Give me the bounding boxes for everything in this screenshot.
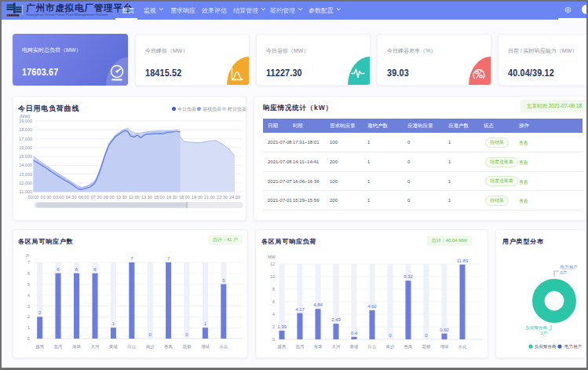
svg-text:2: 2 [27, 314, 30, 319]
svg-text:5: 5 [27, 282, 30, 287]
svg-text:6: 6 [272, 299, 275, 304]
svg-text:电力用户: 电力用户 [564, 344, 582, 350]
svg-text:12: 12 [270, 262, 275, 266]
svg-text:18,000: 18,000 [19, 127, 32, 132]
svg-text:南沙: 南沙 [386, 344, 396, 350]
svg-text:7: 7 [130, 256, 133, 261]
svg-text:4: 4 [272, 312, 275, 317]
svg-text:10:30: 10:30 [116, 195, 127, 200]
svg-text:13:30: 13:30 [141, 195, 152, 200]
svg-text:15,000: 15,000 [19, 154, 32, 159]
svg-text:16:30: 16:30 [166, 195, 177, 200]
svg-text:9.32: 9.32 [404, 274, 413, 279]
svg-text:13,000: 13,000 [19, 172, 32, 177]
svg-text:越秀: 越秀 [35, 344, 45, 350]
svg-text:4.62: 4.62 [367, 304, 377, 309]
svg-text:09:00: 09:00 [104, 195, 115, 200]
svg-text:番禺: 番禺 [164, 344, 173, 350]
svg-text:增城: 增城 [201, 344, 210, 349]
svg-text:0: 0 [272, 337, 275, 342]
svg-text:03:00: 03:00 [53, 195, 64, 200]
svg-text:21:00: 21:00 [204, 195, 215, 200]
svg-text:天河: 天河 [332, 344, 341, 350]
svg-text:2: 2 [272, 324, 275, 329]
svg-text:2.49: 2.49 [331, 317, 341, 322]
svg-text:7: 7 [27, 260, 30, 265]
svg-text:04:30: 04:30 [66, 195, 77, 200]
svg-text:负荷聚合商: 负荷聚合商 [526, 325, 548, 331]
svg-text:负荷聚合商: 负荷聚合商 [535, 344, 557, 350]
svg-text:0.4: 0.4 [351, 331, 358, 335]
svg-text:MW: MW [268, 255, 276, 259]
svg-text:番禺: 番禺 [404, 344, 413, 350]
svg-text:荔湾: 荔湾 [296, 344, 305, 350]
svg-text:4.84: 4.84 [313, 302, 323, 307]
svg-text:10: 10 [270, 274, 275, 279]
svg-text:黄埔: 黄埔 [350, 344, 360, 349]
svg-text:海珠: 海珠 [314, 344, 323, 350]
svg-text:从化: 从化 [219, 344, 228, 350]
svg-text:0户: 0户 [561, 270, 568, 275]
svg-text:黄埔: 黄埔 [109, 344, 119, 349]
svg-text:4: 4 [27, 293, 30, 298]
svg-text:白云: 白云 [127, 344, 137, 350]
svg-text:12:00: 12:00 [129, 195, 140, 200]
svg-text:15:00: 15:00 [154, 195, 165, 200]
svg-text:22:30: 22:30 [217, 195, 228, 200]
svg-text:荔湾: 荔湾 [54, 344, 64, 350]
svg-text:从化: 从化 [458, 344, 468, 350]
svg-text:01:30: 01:30 [41, 195, 52, 200]
svg-text:户: 户 [25, 254, 30, 258]
svg-text:海珠: 海珠 [72, 344, 82, 350]
svg-text:19,000: 19,000 [19, 119, 32, 123]
svg-text:6: 6 [27, 271, 30, 276]
svg-text:天河: 天河 [91, 344, 100, 350]
svg-text:00:00: 00:00 [28, 195, 39, 200]
svg-text:增城: 增城 [440, 344, 450, 349]
svg-text:17,000: 17,000 [19, 137, 32, 141]
svg-text:16,000: 16,000 [19, 145, 32, 150]
svg-text:14,000: 14,000 [19, 163, 32, 167]
svg-text:3: 3 [27, 304, 30, 309]
svg-text:3户: 3户 [540, 331, 547, 335]
svg-text:4.17: 4.17 [295, 307, 305, 312]
svg-text:0: 0 [27, 336, 30, 341]
svg-text:06:00: 06:00 [79, 195, 89, 200]
svg-text:24:00: 24:00 [229, 195, 240, 200]
svg-text:越秀: 越秀 [278, 344, 287, 350]
svg-text:南沙: 南沙 [146, 344, 155, 350]
svg-text:12,000: 12,000 [19, 181, 32, 185]
svg-text:1.39: 1.39 [277, 324, 287, 329]
svg-text:花都: 花都 [422, 344, 432, 350]
svg-text:白云: 白云 [368, 344, 378, 350]
svg-text:电力用户: 电力用户 [561, 265, 578, 270]
svg-text:1: 1 [27, 325, 30, 330]
svg-text:7: 7 [167, 256, 170, 261]
svg-text:11.89: 11.89 [457, 258, 469, 263]
svg-text:07:30: 07:30 [91, 195, 102, 200]
svg-text:18:00: 18:00 [179, 195, 190, 200]
svg-text:19:30: 19:30 [192, 195, 203, 200]
svg-text:0.92: 0.92 [440, 328, 449, 332]
svg-text:11,000: 11,000 [20, 189, 32, 194]
svg-text:8: 8 [272, 287, 275, 291]
svg-text:花都: 花都 [183, 344, 192, 350]
